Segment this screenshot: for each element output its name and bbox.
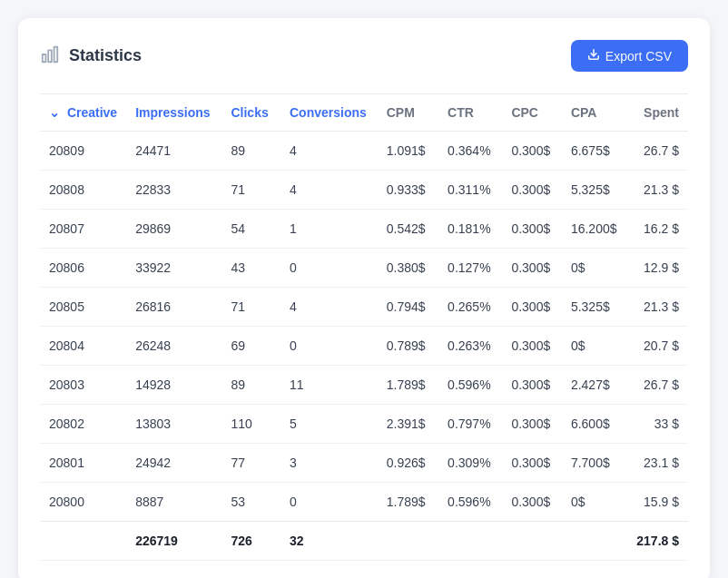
cell-creative: 20800 bbox=[40, 483, 126, 522]
cell-cpc: 0.300$ bbox=[502, 444, 562, 483]
cell-ctr: 0.311% bbox=[438, 171, 502, 210]
cell-cpa: 2.427$ bbox=[562, 366, 627, 405]
cell-impressions: 33922 bbox=[126, 249, 221, 288]
col-header-conversions[interactable]: Conversions bbox=[280, 94, 378, 132]
cell-clicks: 77 bbox=[221, 444, 280, 483]
svg-rect-0 bbox=[43, 54, 46, 62]
footer-creative bbox=[40, 522, 126, 561]
cell-cpm: 0.542$ bbox=[378, 210, 438, 249]
cell-ctr: 0.309% bbox=[438, 444, 502, 483]
table-row: 20801249427730.926$0.309%0.300$7.700$23.… bbox=[40, 444, 688, 483]
bar-chart-icon bbox=[40, 44, 60, 68]
cell-cpa: 6.600$ bbox=[562, 405, 627, 444]
cell-clicks: 69 bbox=[221, 327, 280, 366]
cell-impressions: 24942 bbox=[126, 444, 221, 483]
cell-ctr: 0.364% bbox=[438, 132, 502, 171]
cell-conversions: 0 bbox=[280, 483, 378, 522]
table-row: 2080088875301.789$0.596%0.300$0$15.9 $ bbox=[40, 483, 688, 522]
statistics-table: ⌄ Creative Impressions Clicks Conversion… bbox=[40, 93, 688, 561]
cell-ctr: 0.797% bbox=[438, 405, 502, 444]
cell-creative: 20804 bbox=[40, 327, 126, 366]
cell-cpa: 0$ bbox=[562, 483, 627, 522]
cell-clicks: 71 bbox=[221, 288, 280, 327]
cell-conversions: 4 bbox=[280, 132, 378, 171]
cell-conversions: 4 bbox=[280, 288, 378, 327]
cell-creative: 20807 bbox=[40, 210, 126, 249]
cell-clicks: 43 bbox=[221, 249, 280, 288]
cell-creative: 20808 bbox=[40, 171, 126, 210]
cell-cpm: 0.794$ bbox=[378, 288, 438, 327]
cell-creative: 20803 bbox=[40, 366, 126, 405]
cell-cpm: 1.789$ bbox=[378, 483, 438, 522]
cell-spent: 20.7 $ bbox=[627, 327, 688, 366]
cell-conversions: 1 bbox=[280, 210, 378, 249]
col-header-ctr: CTR bbox=[438, 94, 502, 132]
cell-clicks: 110 bbox=[221, 405, 280, 444]
col-header-creative[interactable]: ⌄ Creative bbox=[40, 94, 126, 132]
cell-ctr: 0.265% bbox=[438, 288, 502, 327]
cell-conversions: 0 bbox=[280, 249, 378, 288]
cell-conversions: 11 bbox=[280, 366, 378, 405]
svg-rect-1 bbox=[48, 50, 52, 62]
footer-spent: 217.8 $ bbox=[627, 522, 688, 561]
cell-creative: 20805 bbox=[40, 288, 126, 327]
cell-cpm: 0.926$ bbox=[378, 444, 438, 483]
col-header-impressions[interactable]: Impressions bbox=[126, 94, 221, 132]
footer-conversions: 32 bbox=[280, 522, 378, 561]
cell-ctr: 0.263% bbox=[438, 327, 502, 366]
cell-impressions: 26248 bbox=[126, 327, 221, 366]
cell-clicks: 54 bbox=[221, 210, 280, 249]
statistics-card: Statistics Export CSV ⌄ Creative Impress… bbox=[18, 18, 710, 578]
col-header-spent: Spent bbox=[627, 94, 688, 132]
table-footer-row: 226719 726 32 217.8 $ bbox=[40, 522, 688, 561]
cell-cpm: 1.789$ bbox=[378, 366, 438, 405]
cell-ctr: 0.596% bbox=[438, 366, 502, 405]
cell-cpa: 6.675$ bbox=[562, 132, 627, 171]
cell-spent: 26.7 $ bbox=[627, 366, 688, 405]
cell-impressions: 26816 bbox=[126, 288, 221, 327]
cell-cpm: 0.380$ bbox=[378, 249, 438, 288]
cell-creative: 20802 bbox=[40, 405, 126, 444]
table-row: 20804262486900.789$0.263%0.300$0$20.7 $ bbox=[40, 327, 688, 366]
cell-impressions: 8887 bbox=[126, 483, 221, 522]
page-title: Statistics bbox=[69, 46, 142, 65]
table-row: 20806339224300.380$0.127%0.300$0$12.9 $ bbox=[40, 249, 688, 288]
col-header-clicks[interactable]: Clicks bbox=[221, 94, 280, 132]
cell-spent: 21.3 $ bbox=[627, 171, 688, 210]
table-row: 208021380311052.391$0.797%0.300$6.600$33… bbox=[40, 405, 688, 444]
cell-ctr: 0.127% bbox=[438, 249, 502, 288]
cell-cpc: 0.300$ bbox=[502, 405, 562, 444]
svg-rect-2 bbox=[54, 46, 58, 62]
cell-impressions: 29869 bbox=[126, 210, 221, 249]
table-row: 208031492889111.789$0.596%0.300$2.427$26… bbox=[40, 366, 688, 405]
cell-spent: 33 $ bbox=[627, 405, 688, 444]
cell-cpa: 0$ bbox=[562, 249, 627, 288]
cell-conversions: 0 bbox=[280, 327, 378, 366]
cell-spent: 26.7 $ bbox=[627, 132, 688, 171]
cell-spent: 12.9 $ bbox=[627, 249, 688, 288]
col-header-cpa: CPA bbox=[562, 94, 627, 132]
cell-ctr: 0.596% bbox=[438, 483, 502, 522]
footer-ctr bbox=[438, 522, 502, 561]
cell-cpc: 0.300$ bbox=[502, 327, 562, 366]
cell-cpc: 0.300$ bbox=[502, 249, 562, 288]
cell-cpm: 0.933$ bbox=[378, 171, 438, 210]
footer-cpm bbox=[378, 522, 438, 561]
cell-cpc: 0.300$ bbox=[502, 210, 562, 249]
cell-cpa: 5.325$ bbox=[562, 288, 627, 327]
cell-conversions: 5 bbox=[280, 405, 378, 444]
cell-conversions: 3 bbox=[280, 444, 378, 483]
cell-cpa: 7.700$ bbox=[562, 444, 627, 483]
cell-spent: 16.2 $ bbox=[627, 210, 688, 249]
footer-impressions: 226719 bbox=[126, 522, 221, 561]
col-header-cpm: CPM bbox=[378, 94, 438, 132]
cell-clicks: 89 bbox=[221, 132, 280, 171]
cell-spent: 15.9 $ bbox=[627, 483, 688, 522]
table-row: 20807298695410.542$0.181%0.300$16.200$16… bbox=[40, 210, 688, 249]
export-csv-button[interactable]: Export CSV bbox=[571, 40, 688, 72]
cell-impressions: 24471 bbox=[126, 132, 221, 171]
cell-creative: 20801 bbox=[40, 444, 126, 483]
cell-cpm: 2.391$ bbox=[378, 405, 438, 444]
card-header: Statistics Export CSV bbox=[40, 40, 688, 72]
cell-spent: 23.1 $ bbox=[627, 444, 688, 483]
